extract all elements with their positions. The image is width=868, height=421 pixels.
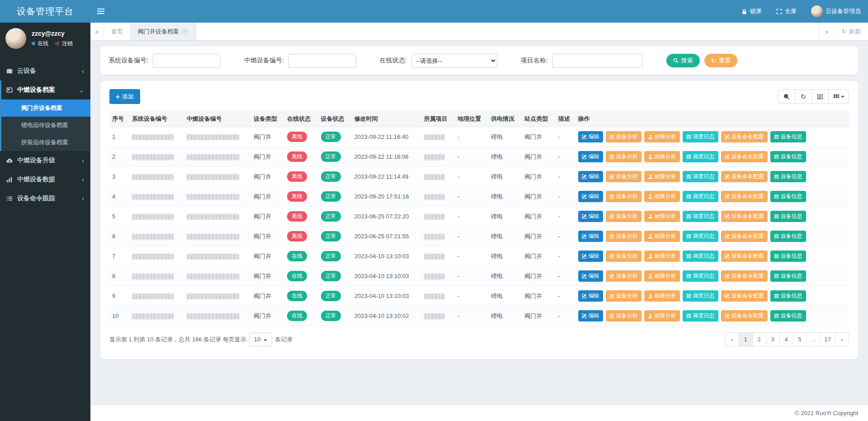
edit-button[interactable]: 编辑 — [578, 251, 603, 262]
table-refresh-button[interactable]: ↻ — [795, 90, 812, 104]
fault-analysis-button[interactable]: 故障分析 — [644, 270, 680, 282]
page-size-dropdown[interactable]: 10 — [249, 333, 272, 346]
device-info-button[interactable]: 设备信息 — [770, 290, 806, 302]
search-button[interactable]: 搜索 — [666, 54, 700, 67]
fault-analysis-button[interactable]: 故障分析 — [644, 131, 680, 142]
dispatch-log-button[interactable]: 调度日志 — [683, 251, 718, 262]
sidebar-item-device-data[interactable]: 中燃设备数据 ‹ — [0, 170, 90, 189]
tabs-scroll-right-button[interactable]: » — [819, 23, 834, 40]
fault-analysis-button[interactable]: 故障分析 — [644, 310, 680, 322]
device-analysis-button[interactable]: 设备分析 — [606, 191, 642, 202]
sidebar-item-device-upgrade[interactable]: 中燃设备升级 ‹ — [0, 151, 90, 170]
edit-button[interactable]: 编辑 — [578, 310, 603, 322]
sidebar-item-command-tracking[interactable]: 设备命令跟踪 ‹ — [0, 189, 90, 208]
device-command-config-button[interactable]: 设备命令配置 — [721, 191, 768, 202]
user-menu[interactable]: 云设备管理员 — [804, 0, 868, 23]
app-title[interactable]: 设备管理平台 — [0, 0, 90, 23]
device-analysis-button[interactable]: 设备分析 — [606, 290, 642, 302]
device-command-config-button[interactable]: 设备命令配置 — [721, 270, 768, 282]
table-columns-button[interactable] — [828, 90, 849, 104]
fault-analysis-button[interactable]: 故障分析 — [644, 191, 680, 202]
device-analysis-button[interactable]: 设备分析 — [606, 251, 642, 262]
device-info-button[interactable]: 设备信息 — [770, 171, 806, 182]
tab-valve-well-archive[interactable]: 阀门井设备档案 × — [131, 23, 196, 40]
fault-analysis-button[interactable]: 故障分析 — [644, 151, 680, 162]
edit-button[interactable]: 编辑 — [578, 131, 603, 142]
sidebar-item-valve-well-archive[interactable]: 阀门井设备档案 — [1, 99, 90, 117]
edit-button[interactable]: 编辑 — [578, 270, 603, 282]
pagination-page-button[interactable]: 1 — [739, 332, 753, 346]
device-command-config-button[interactable]: 设备命令配置 — [721, 211, 768, 222]
pagination-page-button[interactable]: 3 — [766, 332, 780, 346]
table-search-button[interactable] — [778, 90, 795, 104]
dispatch-log-button[interactable]: 调度日志 — [683, 290, 718, 302]
pagination-page-button[interactable]: 5 — [793, 332, 807, 346]
pagination-page-button[interactable]: 17 — [820, 332, 835, 346]
dispatch-log-button[interactable]: 调度日志 — [683, 151, 718, 162]
sidebar-item-cloud-devices[interactable]: 云设备 ‹ — [0, 61, 90, 80]
device-analysis-button[interactable]: 设备分析 — [606, 151, 642, 162]
device-info-button[interactable]: 设备信息 — [770, 211, 806, 222]
system-device-id-input[interactable] — [153, 54, 221, 68]
device-info-button[interactable]: 设备信息 — [770, 231, 806, 242]
pagination-next-button[interactable]: › — [835, 332, 849, 346]
dispatch-log-button[interactable]: 调度日志 — [683, 171, 718, 182]
tab-home[interactable]: 首页 — [104, 23, 131, 40]
sidebar-item-device-archive[interactable]: 中燃设备档案 ⌄ — [1, 80, 90, 99]
edit-button[interactable]: 编辑 — [578, 171, 603, 182]
sidebar-item-assembled-remote-archive[interactable]: 拼装远传设备档案 — [1, 134, 90, 151]
device-info-button[interactable]: 设备信息 — [770, 310, 806, 322]
device-command-config-button[interactable]: 设备命令配置 — [721, 171, 768, 182]
device-info-button[interactable]: 设备信息 — [770, 131, 806, 142]
edit-button[interactable]: 编辑 — [578, 290, 603, 302]
edit-button[interactable]: 编辑 — [578, 151, 603, 162]
device-command-config-button[interactable]: 设备命令配置 — [721, 231, 768, 242]
dispatch-log-button[interactable]: 调度日志 — [683, 270, 718, 282]
reset-button[interactable]: ↻ 重置 — [704, 54, 738, 67]
device-command-config-button[interactable]: 设备命令配置 — [721, 131, 768, 142]
device-info-button[interactable]: 设备信息 — [770, 151, 806, 162]
device-command-config-button[interactable]: 设备命令配置 — [721, 151, 768, 162]
device-command-config-button[interactable]: 设备命令配置 — [721, 251, 768, 262]
device-command-config-button[interactable]: 设备命令配置 — [721, 310, 768, 322]
sidebar-toggle-button[interactable] — [90, 0, 111, 23]
sidebar-item-lithium-remote-archive[interactable]: 锂电远传设备档案 — [1, 117, 90, 134]
table-detail-view-button[interactable] — [811, 90, 829, 104]
pagination-page-button[interactable]: 4 — [779, 332, 793, 346]
edit-button[interactable]: 编辑 — [578, 191, 603, 202]
pagination-prev-button[interactable]: ‹ — [725, 332, 739, 346]
tabs-scroll-left-button[interactable]: « — [90, 23, 104, 40]
device-analysis-button[interactable]: 设备分析 — [606, 211, 642, 222]
logout-button[interactable]: 注销 — [55, 40, 73, 47]
fault-analysis-button[interactable]: 故障分析 — [644, 290, 680, 302]
fullscreen-button[interactable]: 全屏 — [769, 0, 804, 23]
device-analysis-button[interactable]: 设备分析 — [606, 231, 642, 242]
fault-analysis-button[interactable]: 故障分析 — [644, 231, 680, 242]
device-analysis-button[interactable]: 设备分析 — [606, 171, 642, 182]
tab-close-icon[interactable]: × — [182, 28, 189, 35]
fault-analysis-button[interactable]: 故障分析 — [644, 171, 680, 182]
edit-button[interactable]: 编辑 — [578, 231, 603, 242]
device-analysis-button[interactable]: 设备分析 — [606, 310, 642, 322]
online-status-select[interactable]: --请选择-- — [411, 54, 497, 68]
lock-screen-button[interactable]: 锁屏 — [734, 0, 769, 23]
dispatch-log-button[interactable]: 调度日志 — [683, 131, 718, 142]
project-name-input[interactable] — [552, 54, 643, 68]
edit-button[interactable]: 编辑 — [578, 211, 603, 222]
dispatch-log-button[interactable]: 调度日志 — [683, 310, 718, 322]
device-info-button[interactable]: 设备信息 — [770, 191, 806, 202]
dispatch-log-button[interactable]: 调度日志 — [683, 191, 718, 202]
device-info-button[interactable]: 设备信息 — [770, 270, 806, 282]
device-analysis-button[interactable]: 设备分析 — [606, 270, 642, 282]
dispatch-log-button[interactable]: 调度日志 — [683, 231, 718, 242]
zr-device-id-input[interactable] — [288, 54, 356, 68]
fault-analysis-button[interactable]: 故障分析 — [644, 211, 680, 222]
device-command-config-button[interactable]: 设备命令配置 — [721, 290, 768, 302]
fault-analysis-button[interactable]: 故障分析 — [644, 251, 680, 262]
dispatch-log-button[interactable]: 调度日志 — [683, 211, 718, 222]
device-info-button[interactable]: 设备信息 — [770, 251, 806, 262]
tab-refresh-button[interactable]: ↻ 刷新 — [834, 23, 868, 40]
add-button[interactable]: + 添加 — [109, 89, 140, 104]
pagination-page-button[interactable]: 2 — [752, 332, 766, 346]
device-analysis-button[interactable]: 设备分析 — [606, 131, 642, 142]
